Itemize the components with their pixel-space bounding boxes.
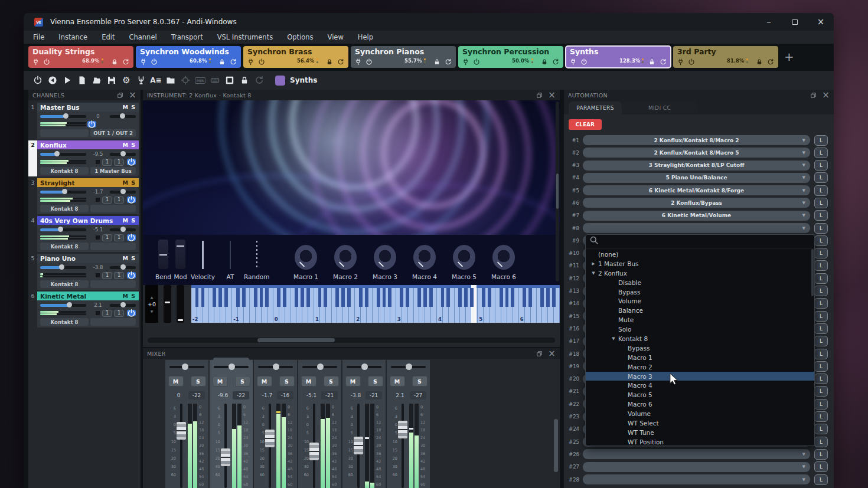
tree-expand-icon[interactable]: ▼ xyxy=(611,336,616,341)
menu-item[interactable]: File xyxy=(33,33,44,41)
volume-slider[interactable] xyxy=(40,304,86,307)
solo-button[interactable]: S xyxy=(131,142,136,148)
keyboard-octave[interactable]: 6 xyxy=(519,285,560,323)
mixer-strip[interactable]: M S 2.1 -27 63051015203060 xyxy=(387,360,430,488)
learn-button[interactable]: L xyxy=(814,386,828,397)
tree-item[interactable]: Solo xyxy=(586,325,814,334)
tree-item[interactable]: (none) xyxy=(586,250,814,259)
power-icon[interactable] xyxy=(366,57,373,64)
tab-parameters[interactable]: PARAMETERS xyxy=(569,101,622,114)
pan-slider[interactable] xyxy=(110,228,136,231)
learn-button[interactable]: L xyxy=(814,223,828,234)
maximize-button[interactable] xyxy=(782,13,808,31)
close-button[interactable]: × xyxy=(808,13,834,31)
volume-slider[interactable] xyxy=(40,115,86,118)
macro-knob[interactable]: Macro 6 xyxy=(484,245,523,280)
text-list-icon[interactable]: A≡ xyxy=(149,74,163,86)
mute-button[interactable]: M xyxy=(122,142,128,148)
midi-channel-button[interactable]: 1 xyxy=(114,272,124,279)
midi-channel-button[interactable]: 1 xyxy=(114,310,124,317)
volume-slider[interactable] xyxy=(40,153,86,156)
tree-item[interactable]: WT Select xyxy=(586,418,814,428)
keyboard-icon[interactable] xyxy=(208,74,222,86)
close-icon[interactable]: × xyxy=(548,91,556,100)
learn-button[interactable]: L xyxy=(814,336,828,346)
solo-button[interactable]: S xyxy=(131,293,136,299)
macro-knob[interactable]: Macro 2 xyxy=(325,245,365,280)
target-icon[interactable] xyxy=(178,74,192,86)
learn-button[interactable]: L xyxy=(814,286,828,296)
plugin-button[interactable]: Kontakt 8 xyxy=(40,280,89,288)
undock-icon[interactable] xyxy=(536,92,543,99)
mod-wheel[interactable]: Mod xyxy=(172,240,189,280)
tree-item[interactable]: ▶ 1 Master Bus xyxy=(586,259,814,268)
settings-gear-icon[interactable]: ⚙ xyxy=(119,74,133,86)
bend-wheel[interactable]: Bend xyxy=(155,240,172,280)
refresh-icon[interactable] xyxy=(252,74,266,86)
tree-item[interactable]: Volume xyxy=(586,296,814,306)
parameter-select[interactable]: 3 Straylight/Kontakt 8/LP Cutoff ▼ xyxy=(583,161,810,171)
tree-item[interactable]: ▼ 2 Konflux xyxy=(586,268,814,278)
solo-button[interactable]: S xyxy=(131,255,136,261)
solo-button[interactable]: S xyxy=(131,217,136,224)
channel-strip[interactable]: 2 Konflux M S xyxy=(28,140,139,176)
fader-handle[interactable] xyxy=(398,421,407,438)
mute-button[interactable]: M xyxy=(301,376,316,387)
tab-midi-cc[interactable]: MIDI CC xyxy=(622,101,697,114)
close-icon[interactable]: × xyxy=(129,91,136,100)
midi-port-button[interactable]: 1 xyxy=(102,310,112,317)
menu-item[interactable]: Help xyxy=(358,33,373,41)
tree-item[interactable]: Bypass xyxy=(586,287,814,297)
channel-strip[interactable]: 4 40s Very Own Drums M S xyxy=(28,216,139,252)
macro-knob[interactable]: Macro 4 xyxy=(404,245,444,280)
undock-icon[interactable] xyxy=(536,351,543,357)
mod-wheel-strip[interactable] xyxy=(177,285,184,323)
lock-icon[interactable] xyxy=(541,57,548,64)
output-routing-button[interactable] xyxy=(90,318,136,326)
fader-handle[interactable] xyxy=(309,443,319,460)
keyboard-octave[interactable]: -1 xyxy=(232,285,273,323)
pan-slider[interactable] xyxy=(110,115,136,118)
tree-item[interactable]: Volume xyxy=(586,409,814,418)
close-icon[interactable]: × xyxy=(822,91,830,100)
save-icon[interactable] xyxy=(105,74,119,86)
channel-option-toggle[interactable] xyxy=(96,273,100,277)
dropdown-scrollbar[interactable] xyxy=(811,249,814,296)
midi-port-button[interactable]: 1 xyxy=(102,196,112,204)
learn-button[interactable]: L xyxy=(814,311,828,322)
volume-fader[interactable] xyxy=(354,404,363,488)
learn-button[interactable]: L xyxy=(814,210,828,221)
velocity-control[interactable]: Velocity xyxy=(189,241,217,280)
output-routing-button[interactable] xyxy=(90,205,136,212)
menu-item[interactable]: Edit xyxy=(102,33,115,41)
fader-handle[interactable] xyxy=(354,437,363,454)
solo-button[interactable]: S xyxy=(235,376,250,387)
channel-strip[interactable]: 5 Piano Uno M S xyxy=(28,254,139,290)
learn-button[interactable]: L xyxy=(814,148,828,158)
learn-button[interactable]: L xyxy=(814,160,828,171)
fader-handle[interactable] xyxy=(221,448,230,466)
tree-item[interactable]: WT Position xyxy=(586,437,814,446)
channel-option-toggle[interactable] xyxy=(96,235,100,240)
midi-channel-button[interactable]: 1 xyxy=(114,234,124,241)
lock-icon[interactable] xyxy=(326,57,333,64)
parameter-select[interactable]: 5 Piano Uno/Balance ▼ xyxy=(583,173,810,183)
channel-strip[interactable]: 3 Straylight M S xyxy=(28,178,139,214)
solo-button[interactable]: S xyxy=(412,376,428,387)
tuning-fork-icon[interactable] xyxy=(134,74,148,86)
lock-icon[interactable] xyxy=(111,57,118,64)
pan-slider[interactable] xyxy=(110,191,136,194)
mute-button[interactable]: M xyxy=(122,293,128,299)
tree-item[interactable]: Macro 3 xyxy=(586,372,814,381)
parameter-select[interactable]: 2 Konflux/Kontakt 8/Macro 5 ▼ xyxy=(583,148,810,158)
channel-power-button[interactable] xyxy=(127,234,136,241)
instance-tab[interactable]: Duality Strings 68.9% xyxy=(28,46,133,68)
tree-item[interactable]: Macro 5 xyxy=(586,390,814,399)
plugin-button[interactable]: Kontakt 8 xyxy=(40,243,89,250)
frame-icon[interactable] xyxy=(223,74,237,86)
learn-button[interactable]: L xyxy=(814,461,828,472)
tree-item[interactable]: Balance xyxy=(586,306,814,315)
learn-button[interactable]: L xyxy=(814,273,828,284)
mute-button[interactable]: M xyxy=(213,376,228,387)
pan-slider[interactable] xyxy=(110,304,136,307)
